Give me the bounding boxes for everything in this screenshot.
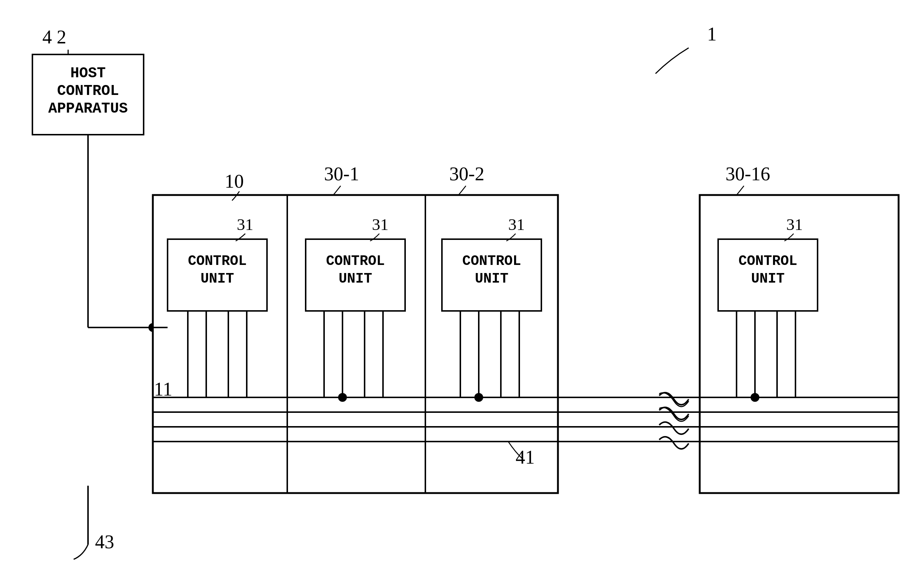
host-control-text-line1: HOST bbox=[70, 65, 106, 82]
control-unit-text-30-1-line1: CONTROL bbox=[326, 253, 385, 269]
ref-30-16-label: 30-16 bbox=[726, 163, 770, 184]
control-unit-text-30-1-line2: UNIT bbox=[338, 271, 372, 286]
ref-42-label: 4 2 bbox=[42, 26, 66, 48]
ref-10-label: 10 bbox=[224, 171, 244, 192]
control-unit-text-10-line2: UNIT bbox=[200, 271, 234, 286]
control-unit-text-10-line1: CONTROL bbox=[188, 253, 247, 269]
diagram: 1 4 2 HOST CONTROL APPARATUS 43 10 bbox=[0, 0, 924, 581]
ref-11-label: 11 bbox=[154, 379, 172, 400]
control-unit-text-30-2-line1: CONTROL bbox=[462, 253, 521, 269]
junction-dot-30-1 bbox=[338, 393, 347, 402]
control-unit-text-30-2-line2: UNIT bbox=[475, 271, 508, 286]
ref-30-2-label: 30-2 bbox=[449, 163, 484, 184]
ref-30-1-label: 30-1 bbox=[324, 163, 359, 184]
junction-dot-30-2 bbox=[474, 393, 483, 402]
ref-1-label: 1 bbox=[707, 23, 717, 44]
host-control-text-line3: APPARATUS bbox=[48, 100, 128, 117]
junction-dot-30-16 bbox=[751, 393, 759, 402]
ref-31-a-label: 31 bbox=[237, 215, 253, 234]
ref-43-label: 43 bbox=[95, 531, 114, 552]
ref-41-label: 41 bbox=[516, 447, 535, 467]
control-unit-text-30-16-line1: CONTROL bbox=[738, 253, 797, 269]
ref-31-b-label: 31 bbox=[372, 215, 389, 234]
host-control-text-line2: CONTROL bbox=[57, 83, 119, 99]
control-unit-text-30-16-line2: UNIT bbox=[751, 271, 784, 286]
ref-31-d-label: 31 bbox=[786, 215, 803, 234]
ref-31-c-label: 31 bbox=[508, 215, 525, 234]
